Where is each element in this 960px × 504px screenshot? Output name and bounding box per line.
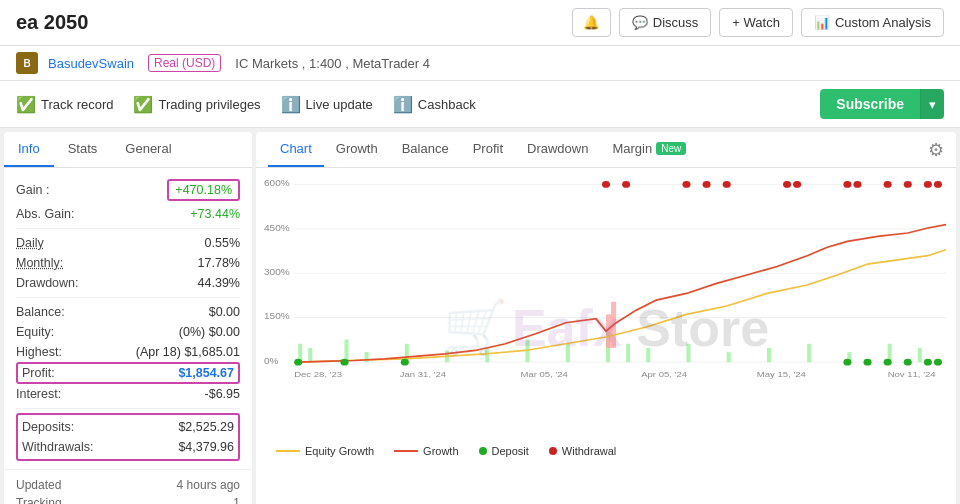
bell-icon: 🔔	[583, 15, 600, 30]
svg-point-42	[924, 181, 932, 188]
highest-value: (Apr 18) $1,685.01	[136, 345, 240, 359]
deposit-legend-dot	[479, 447, 487, 455]
highest-label: Highest:	[16, 345, 62, 359]
svg-point-45	[340, 359, 348, 366]
withdrawal-legend-dot	[549, 447, 557, 455]
equity-label: Equity:	[16, 325, 54, 339]
user-link[interactable]: BasudevSwain	[48, 56, 134, 71]
svg-rect-24	[767, 348, 771, 362]
info-icon-live: ℹ️	[281, 95, 301, 114]
gain-label: Gain :	[16, 183, 49, 197]
broker-info: IC Markets , 1:400 , MetaTrader 4	[235, 56, 430, 71]
cashback-status: ℹ️ Cashback	[393, 95, 476, 114]
svg-rect-11	[308, 348, 312, 362]
svg-point-43	[934, 181, 942, 188]
svg-text:450%: 450%	[264, 223, 290, 232]
check-icon-trading: ✅	[133, 95, 153, 114]
info-icon-cashback: ℹ️	[393, 95, 413, 114]
page-title: ea 2050	[16, 11, 88, 34]
account-type-badge: Real (USD)	[148, 54, 221, 72]
drawdown-value: 44.39%	[198, 276, 240, 290]
svg-point-35	[723, 181, 731, 188]
equity-value: (0%) $0.00	[179, 325, 240, 339]
withdrawals-label: Withdrawals:	[22, 440, 94, 454]
svg-rect-16	[485, 348, 489, 362]
svg-point-34	[703, 181, 711, 188]
tab-info[interactable]: Info	[4, 132, 54, 167]
svg-point-46	[401, 359, 409, 366]
chart-tab-drawdown[interactable]: Drawdown	[515, 132, 600, 167]
svg-point-49	[884, 359, 892, 366]
chart-tab-chart[interactable]: Chart	[268, 132, 324, 167]
svg-text:Nov 11, '24: Nov 11, '24	[888, 370, 936, 379]
svg-point-52	[934, 359, 942, 366]
deposits-value: $2,525.29	[178, 420, 234, 434]
check-icon-track: ✅	[16, 95, 36, 114]
updated-value: 4 hours ago	[177, 478, 240, 492]
svg-text:Dec 28, '23: Dec 28, '23	[294, 370, 342, 379]
svg-rect-28	[918, 348, 922, 362]
daily-value: 0.55%	[205, 236, 240, 250]
trading-privileges-status: ✅ Trading privileges	[133, 95, 260, 114]
chart-settings-icon[interactable]: ⚙	[928, 139, 944, 161]
withdrawal-legend-label: Withdrawal	[562, 445, 616, 457]
growth-chart: 600% 450% 300% 150% 0%	[264, 176, 948, 436]
equity-growth-legend-line	[276, 450, 300, 452]
interest-value: -$6.95	[205, 387, 240, 401]
tab-stats[interactable]: Stats	[54, 132, 112, 167]
monthly-label: Monthly:	[16, 256, 63, 270]
svg-text:Jan 31, '24: Jan 31, '24	[400, 370, 446, 379]
chart-tab-margin[interactable]: Margin New	[600, 132, 698, 167]
svg-point-40	[884, 181, 892, 188]
abs-gain-value: +73.44%	[190, 207, 240, 221]
abs-gain-label: Abs. Gain:	[16, 207, 74, 221]
gain-value: +470.18%	[167, 179, 240, 201]
track-record-status: ✅ Track record	[16, 95, 113, 114]
custom-analysis-icon: 📊	[814, 15, 830, 30]
profit-value: $1,854.67	[178, 366, 234, 380]
deposits-label: Deposits:	[22, 420, 74, 434]
svg-point-31	[602, 181, 610, 188]
svg-point-38	[843, 181, 851, 188]
svg-rect-20	[626, 344, 630, 362]
user-avatar: B	[16, 52, 38, 74]
deposit-legend-label: Deposit	[492, 445, 529, 457]
discuss-button[interactable]: 💬 Discuss	[619, 8, 712, 37]
daily-label: Daily	[16, 236, 44, 250]
watch-button[interactable]: + Watch	[719, 8, 793, 37]
chart-tab-profit[interactable]: Profit	[461, 132, 515, 167]
svg-point-50	[904, 359, 912, 366]
growth-legend-label: Growth	[423, 445, 458, 457]
chart-tab-growth[interactable]: Growth	[324, 132, 390, 167]
subscribe-button[interactable]: Subscribe	[820, 89, 920, 119]
svg-point-33	[682, 181, 690, 188]
discuss-icon: 💬	[632, 15, 648, 30]
monthly-value: 17.78%	[198, 256, 240, 270]
custom-analysis-button[interactable]: 📊 Custom Analysis	[801, 8, 944, 37]
svg-text:150%: 150%	[264, 312, 290, 321]
bell-button[interactable]: 🔔	[572, 8, 611, 37]
svg-point-39	[853, 181, 861, 188]
svg-text:May 15, '24: May 15, '24	[757, 370, 806, 379]
svg-text:300%: 300%	[264, 268, 290, 277]
tab-general[interactable]: General	[111, 132, 185, 167]
drawdown-label: Drawdown:	[16, 276, 79, 290]
svg-rect-22	[686, 344, 690, 362]
tracking-label: Tracking	[16, 496, 62, 504]
svg-text:0%: 0%	[264, 357, 279, 366]
svg-rect-23	[727, 352, 731, 362]
svg-point-36	[783, 181, 791, 188]
svg-point-47	[843, 359, 851, 366]
growth-legend-line	[394, 450, 418, 452]
chart-tab-balance[interactable]: Balance	[390, 132, 461, 167]
svg-rect-25	[807, 344, 811, 362]
svg-text:Mar 05, '24: Mar 05, '24	[521, 370, 569, 379]
equity-growth-legend-label: Equity Growth	[305, 445, 374, 457]
chart-legend: Equity Growth Growth Deposit Withdrawal	[264, 439, 948, 463]
profit-label: Profit:	[22, 366, 55, 380]
interest-label: Interest:	[16, 387, 61, 401]
svg-point-37	[793, 181, 801, 188]
subscribe-dropdown-button[interactable]: ▾	[920, 89, 944, 119]
withdrawals-value: $4,379.96	[178, 440, 234, 454]
svg-rect-12	[344, 340, 348, 363]
